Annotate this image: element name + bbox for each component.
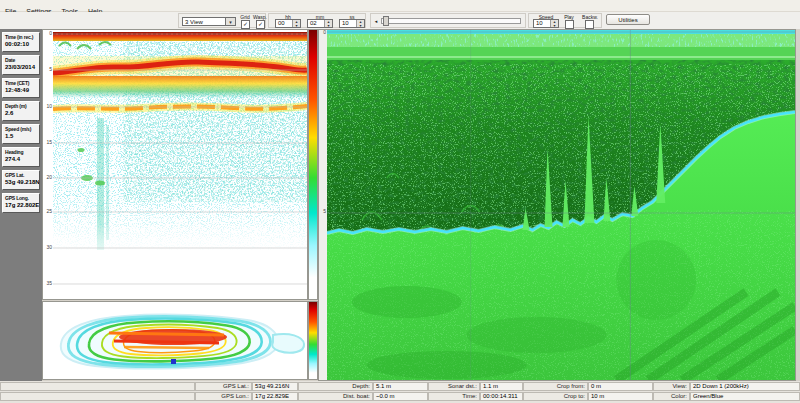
info-box-gps-lat: GPS Lat.53g 49.218N — [2, 170, 40, 190]
color-scale-bar-upper — [308, 29, 318, 300]
depth-tick: 20 — [46, 175, 52, 180]
depth-tick: 5 — [323, 209, 326, 214]
blob-tail — [272, 334, 304, 353]
status-crop-from-value: 0 m — [588, 382, 653, 391]
right-echogram-view[interactable] — [327, 30, 795, 380]
depth-tick: 35 — [46, 281, 52, 286]
info-box-heading: Heading274.4 — [2, 147, 40, 167]
view-options-group: 3 View ▾ Grid ✓ Wasp. ✓ — [178, 13, 266, 28]
status-bar: GPS Lat.: 53g 49.216N Depth: 5.1 m Sonar… — [0, 381, 800, 403]
status-gps-lon-label: GPS Lon.: — [195, 392, 252, 401]
target-track-canvas — [43, 302, 307, 379]
slider-mark-icon: ◂ — [372, 18, 380, 24]
sonar-application-window: FileSettingsToolsHelp 3 View ▾ Grid ✓ Wa… — [0, 0, 800, 403]
backw-checkbox[interactable] — [585, 20, 594, 29]
right-depth-axis: 0 5 — [319, 30, 327, 380]
status-crop-from-label: Crop from: — [523, 382, 588, 391]
right-echogram-panel: 0 5 — [318, 29, 796, 381]
depth-tick: 10 — [46, 104, 52, 109]
left-echogram-view[interactable] — [53, 30, 307, 299]
depth-tick: 25 — [46, 209, 52, 214]
depth-tick: 5 — [49, 67, 52, 72]
time-position-group: hh 00 ▴▾ mm 02 ▴▾ ss 10 ▴▾ — [268, 13, 366, 28]
depth-tick: 15 — [46, 140, 52, 145]
status-dist-boat-value: ~0.0 m — [373, 392, 428, 401]
spin-down-icon[interactable]: ▾ — [293, 24, 300, 28]
seconds-spinner-buttons[interactable]: ▴▾ — [356, 20, 364, 27]
hours-spinner[interactable]: 00 ▴▾ — [275, 19, 301, 28]
wasp-checkbox[interactable]: ✓ — [256, 20, 265, 29]
status-time-label: Time: — [428, 392, 480, 401]
status-crop-to-label: Crop to: — [523, 392, 588, 401]
info-box-time-in-rec: Time (in rec.)00:02:10 — [2, 32, 40, 52]
grid-checkbox[interactable]: ✓ — [241, 20, 250, 29]
spin-down-icon[interactable]: ▾ — [357, 24, 364, 28]
speed-spinner-buttons[interactable]: ▴▾ — [550, 20, 558, 27]
status-time-value: 00:00:14.311 — [480, 392, 523, 401]
left-depth-axis: 0 5 10 15 20 25 30 35 — [43, 30, 53, 299]
status-sonar-dst-label: Sonar dst.: — [428, 382, 480, 391]
info-box-gps-long: GPS Long.17g 22.802E — [2, 193, 40, 213]
status-sonar-dst-value: 1.1 m — [480, 382, 523, 391]
depth-tick: 0 — [49, 31, 52, 36]
info-box-time-cet: Time (CET)12:48:49 — [2, 78, 40, 98]
status-color-value: Green/Blue — [690, 392, 800, 401]
info-box-date: Date23/03/2014 — [2, 55, 40, 75]
status-crop-to-value: 10 m — [588, 392, 653, 401]
left-echogram-panel: 0 5 10 15 20 25 30 35 — [42, 29, 308, 300]
utilities-button[interactable]: Utilities — [606, 14, 650, 25]
minutes-spinner[interactable]: 02 ▴▾ — [307, 19, 333, 28]
target-track-panel — [42, 301, 308, 380]
status-color-label: Color: — [653, 392, 690, 401]
spin-down-icon[interactable]: ▾ — [325, 24, 332, 28]
depth-tick: 30 — [46, 245, 52, 250]
minutes-spinner-buttons[interactable]: ▴▾ — [324, 20, 332, 27]
chevron-down-icon[interactable]: ▾ — [225, 18, 235, 25]
status-view-label: View: — [653, 382, 690, 391]
info-sidebar: Time (in rec.)00:02:10 Date23/03/2014 Ti… — [0, 29, 42, 381]
speed-value: 10 — [536, 20, 543, 27]
status-gps-lat-value: 53g 49.216N — [252, 382, 298, 391]
view-select[interactable]: 3 View ▾ — [182, 17, 236, 26]
color-scale-bar-lower — [308, 301, 318, 380]
depth-tick: 0 — [323, 30, 326, 35]
seconds-value: 10 — [342, 20, 349, 27]
info-box-depth: Depth (m)2.6 — [2, 101, 40, 121]
status-gps-lat-label: GPS Lat.: — [195, 382, 252, 391]
status-view-value: 2D Down 1 (200kHz) — [690, 382, 800, 391]
hours-value: 00 — [278, 20, 285, 27]
position-marker — [171, 359, 176, 364]
play-checkbox[interactable] — [565, 20, 574, 29]
left-echogram-canvas — [53, 30, 307, 299]
playback-slider-group: ◂ — [370, 13, 526, 28]
right-echogram-canvas — [327, 30, 795, 380]
toolbar: 3 View ▾ Grid ✓ Wasp. ✓ hh 00 ▴▾ mm 02 ▴… — [0, 12, 800, 29]
target-track-view[interactable] — [43, 302, 307, 379]
status-depth-value: 5.1 m — [373, 382, 428, 391]
menu-bar: FileSettingsToolsHelp — [0, 0, 800, 12]
spin-down-icon[interactable]: ▾ — [551, 24, 558, 28]
playback-slider-thumb[interactable] — [383, 16, 389, 26]
playback-controls-group: Speed 10 ▴▾ Play Backw. — [528, 13, 602, 28]
playback-slider-track[interactable] — [381, 18, 521, 24]
bed-texture — [327, 210, 795, 380]
status-filler — [0, 382, 195, 391]
status-dist-boat-label: Dist. boat: — [298, 392, 373, 401]
info-box-speed: Speed (m/s)1.5 — [2, 124, 40, 144]
hours-spinner-buttons[interactable]: ▴▾ — [292, 20, 300, 27]
seconds-spinner[interactable]: 10 ▴▾ — [339, 19, 365, 28]
status-depth-label: Depth: — [298, 382, 373, 391]
speed-spinner[interactable]: 10 ▴▾ — [533, 19, 559, 28]
view-select-value: 3 View — [185, 19, 203, 25]
minutes-value: 02 — [310, 20, 317, 27]
status-filler — [0, 392, 195, 401]
intensity-blob — [61, 315, 278, 369]
status-gps-lon-value: 17g 22.829E — [252, 392, 298, 401]
